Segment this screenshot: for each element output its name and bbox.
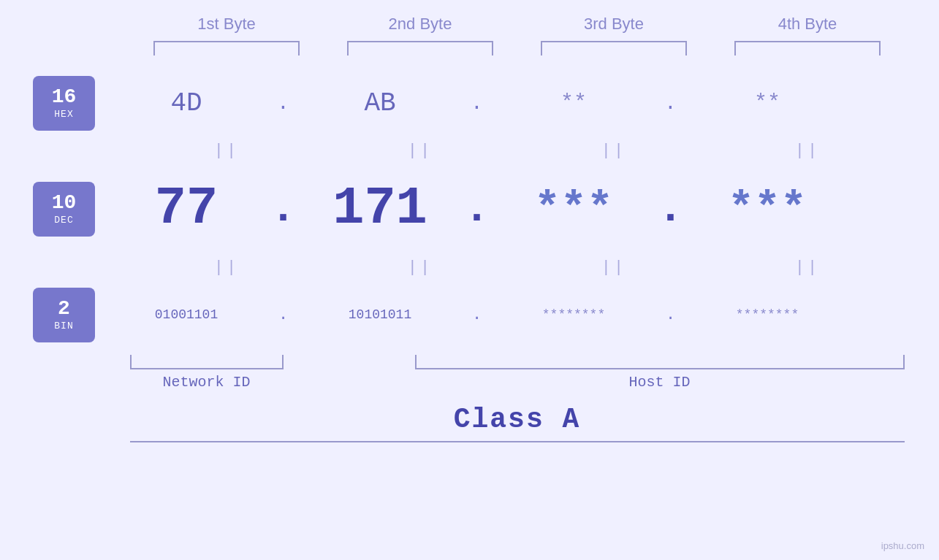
dec-badge: 10 DEC xyxy=(33,182,95,237)
hex-badge: 16 HEX xyxy=(33,76,95,131)
bin-row: 2 BIN 01001101 . 10101011 . ******** . xyxy=(0,282,939,348)
dec-row: 10 DEC 77 . 171 . *** . *** xyxy=(0,165,939,253)
bin-val-1: 01001101 xyxy=(155,307,218,322)
sep-inner-1: || || || || xyxy=(130,142,905,160)
col-header-1: 1st Byte xyxy=(146,15,307,34)
sep-row-2: || || || || xyxy=(0,253,939,282)
hex-row: 16 HEX 4D . AB . ** . ** xyxy=(0,70,939,136)
bin-cell-4: ******** xyxy=(691,307,844,322)
dec-dot-2: . xyxy=(457,184,497,234)
hex-cells: 4D . AB . ** . ** xyxy=(95,88,939,118)
hex-cell-4: ** xyxy=(691,91,844,115)
bin-cells: 01001101 . 10101011 . ******** . *******… xyxy=(95,306,939,324)
bin-badge-label: BIN xyxy=(54,321,73,331)
dec-val-2: 171 xyxy=(332,179,427,239)
dec-val-3: *** xyxy=(534,184,613,234)
dec-dot-1: . xyxy=(263,184,303,234)
bin-cell-1: 01001101 xyxy=(110,307,263,322)
bracket-3 xyxy=(541,41,687,55)
host-id-label: Host ID xyxy=(415,374,905,391)
network-bracket xyxy=(130,355,284,369)
dec-dot-3: . xyxy=(650,184,691,234)
dec-cells: 77 . 171 . *** . *** xyxy=(95,179,939,239)
dec-badge-num: 10 xyxy=(52,192,77,215)
class-label: Class A xyxy=(454,404,581,435)
label-spacer xyxy=(284,374,415,391)
bin-dot-2: . xyxy=(457,306,497,324)
sep-1-3: || xyxy=(533,142,694,160)
host-bracket xyxy=(415,355,905,369)
dec-cell-2: 171 xyxy=(303,179,457,239)
bin-val-3: ******** xyxy=(542,307,605,322)
hex-dot-3: . xyxy=(650,92,691,115)
column-headers: 1st Byte 2nd Byte 3rd Byte 4th Byte xyxy=(130,15,905,34)
hex-dot-2: . xyxy=(457,92,497,115)
dec-val-1: 77 xyxy=(155,179,218,239)
watermark: ipshu.com xyxy=(881,540,924,551)
bracket-1 xyxy=(153,41,300,55)
main-container: 1st Byte 2nd Byte 3rd Byte 4th Byte 16 H… xyxy=(0,0,939,560)
hex-cell-1: 4D xyxy=(110,88,263,118)
hex-cell-2: AB xyxy=(303,88,457,118)
bin-val-4: ******** xyxy=(736,307,799,322)
hex-val-1: 4D xyxy=(170,88,202,118)
col-header-3: 3rd Byte xyxy=(533,15,694,34)
hex-val-4: ** xyxy=(754,91,780,115)
col-header-2: 2nd Byte xyxy=(340,15,501,34)
hex-dot-1: . xyxy=(263,92,303,115)
hex-badge-num: 16 xyxy=(52,86,77,109)
hex-val-3: ** xyxy=(560,91,587,115)
dec-cell-3: *** xyxy=(497,184,650,234)
sep-row-1: || || || || xyxy=(0,136,939,165)
sep-2-4: || xyxy=(727,258,888,277)
bracket-2 xyxy=(347,41,493,55)
bottom-area: Network ID Host ID Class A xyxy=(0,351,939,442)
bin-cell-2: 10101011 xyxy=(303,307,457,322)
sep-2-1: || xyxy=(146,258,307,277)
sep-inner-2: || || || || xyxy=(130,258,905,277)
bin-badge-num: 2 xyxy=(58,298,70,321)
dec-val-4: *** xyxy=(728,184,807,234)
sep-1-1: || xyxy=(146,142,307,160)
dec-badge-label: DEC xyxy=(54,215,73,226)
dec-cell-1: 77 xyxy=(110,179,263,239)
hex-badge-label: HEX xyxy=(54,109,73,120)
network-id-label: Network ID xyxy=(130,374,284,391)
bin-dot-1: . xyxy=(263,306,303,324)
dec-cell-4: *** xyxy=(691,184,844,234)
sep-1-4: || xyxy=(727,142,888,160)
top-brackets xyxy=(130,41,905,55)
bin-dot-3: . xyxy=(650,306,691,324)
hex-val-2: AB xyxy=(364,88,395,118)
col-header-4: 4th Byte xyxy=(727,15,888,34)
bin-badge: 2 BIN xyxy=(33,288,95,342)
bin-cell-3: ******** xyxy=(497,307,650,322)
hex-cell-3: ** xyxy=(497,91,650,115)
sep-2-3: || xyxy=(533,258,694,277)
bin-val-2: 10101011 xyxy=(349,307,411,322)
sep-2-2: || xyxy=(340,258,501,277)
bracket-4 xyxy=(734,41,881,55)
sep-1-2: || xyxy=(340,142,501,160)
